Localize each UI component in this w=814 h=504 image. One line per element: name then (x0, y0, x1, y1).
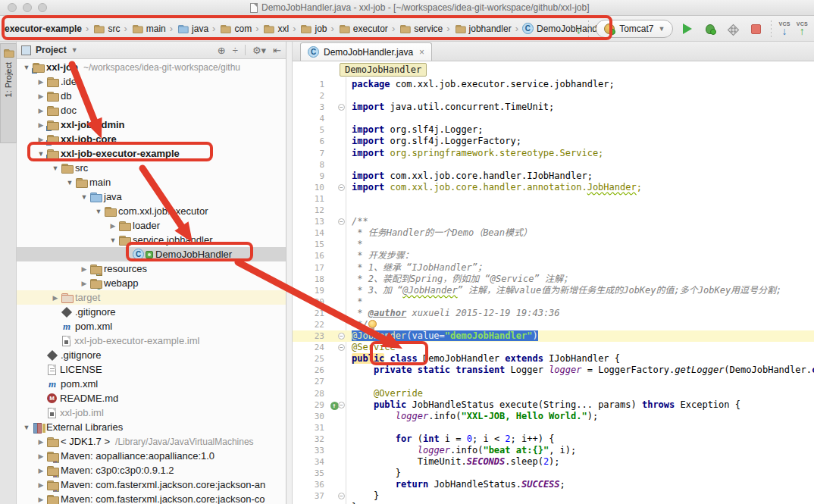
tree-item-db[interactable]: ▶db (17, 89, 286, 103)
tree-item-src[interactable]: ▼src (17, 161, 286, 175)
editor-tab-demojobhandler[interactable]: C DemoJobHandler.java × (300, 42, 432, 61)
tree-toggle-icon[interactable]: ▶ (36, 467, 46, 474)
tree-toggle-icon[interactable]: ▶ (36, 452, 46, 460)
tree-item-pom-xml[interactable]: mpom.xml (17, 377, 286, 391)
tree-item-label: loader (133, 220, 160, 231)
tree-toggle-icon[interactable]: ▼ (93, 208, 104, 215)
package-icon (301, 23, 312, 34)
tree-item-main[interactable]: ▼main (17, 175, 286, 189)
tree-item-com-xxl-job-executor[interactable]: ▼com.xxl.job.executor (17, 204, 286, 218)
tree-item-maven-aopalliance-aopalliance-1-0[interactable]: ▶Maven: aopalliance:aopalliance:1.0 (17, 449, 286, 463)
breadcrumb-item-src[interactable]: src (92, 23, 120, 35)
minimize-window-icon[interactable] (23, 3, 32, 12)
tree-item-pom-xml[interactable]: mpom.xml (17, 319, 286, 333)
tree-toggle-icon[interactable]: ▶ (36, 107, 46, 114)
tree-toggle-icon[interactable]: ▶ (36, 136, 46, 143)
fold-marker-icon[interactable]: − (338, 218, 345, 225)
tree-item-xxl-job-executor-example[interactable]: ▼xxl-job-executor-example (17, 146, 286, 161)
project-tool-tab[interactable]: 1: Project (0, 43, 17, 143)
tree-toggle-icon[interactable]: ▶ (108, 222, 118, 230)
tree-toggle-icon[interactable]: ▼ (21, 424, 32, 431)
tree-item-java[interactable]: ▼java (17, 189, 286, 204)
tree-toggle-icon[interactable]: ▼ (50, 164, 61, 172)
tree-toggle-icon[interactable]: ▶ (50, 294, 61, 302)
tree-toggle-icon[interactable]: ▶ (36, 496, 46, 503)
code-line-5: 5import org.slf4j.Logger; (293, 124, 814, 136)
breadcrumb-item-com[interactable]: com (219, 23, 252, 35)
tree-toggle-icon[interactable]: ▶ (36, 438, 46, 446)
vcs-commit-button[interactable]: VCS ↑ (797, 21, 808, 36)
breadcrumb-item-executor[interactable]: executor (338, 23, 388, 35)
tree-item--gitignore[interactable]: .gitignore (17, 305, 286, 319)
tree-item-target[interactable]: ▶target (17, 290, 286, 305)
hide-panel-icon[interactable]: ⇤ (273, 45, 281, 56)
close-window-icon[interactable] (8, 3, 17, 12)
tree-toggle-icon[interactable]: ▼ (79, 193, 89, 201)
fold-marker-icon[interactable]: − (338, 344, 345, 351)
breadcrumb-item-main[interactable]: main (131, 23, 166, 35)
tree-toggle-icon[interactable]: ▶ (36, 78, 46, 86)
tree-item-xxl-job-core[interactable]: ▶xxl-job-core (17, 132, 286, 146)
fold-marker-icon[interactable]: − (338, 184, 345, 191)
code-line-37: 37− } (293, 490, 814, 502)
tree-item-loader[interactable]: ▶loader (17, 218, 286, 233)
tree-item--gitignore[interactable]: .gitignore (17, 348, 286, 362)
tree-item-maven-com-fasterxml-jackson-core-jackson-co[interactable]: ▶Maven: com.fasterxml.jackson.core:jacks… (17, 492, 286, 504)
breadcrumb-item-xxl[interactable]: xxl (262, 23, 289, 35)
tree-item-resources[interactable]: ▶resources (17, 261, 286, 276)
tree-toggle-icon[interactable]: ▼ (108, 236, 118, 244)
tree-item-xxl-job-iml[interactable]: xxl-job.iml (17, 405, 286, 420)
zoom-window-icon[interactable] (38, 3, 47, 12)
tree-item-doc[interactable]: ▶doc (17, 103, 286, 117)
tree-toggle-icon[interactable]: ▼ (21, 64, 32, 71)
breadcrumb-item-java[interactable]: java (177, 23, 208, 35)
tree-toggle-icon[interactable]: ▶ (36, 481, 46, 489)
tree-item--idea[interactable]: ▶.idea (17, 74, 286, 89)
tree-item-xxl-job-admin[interactable]: ▶xxl-job-admin (17, 117, 286, 132)
navigate-down-icon[interactable]: ↓ (576, 23, 582, 36)
fold-marker-icon[interactable]: − (338, 493, 345, 499)
settings-gear-icon[interactable]: ⚙▾ (252, 45, 266, 56)
fold-marker-icon[interactable]: − (338, 333, 345, 340)
tree-toggle-icon[interactable]: ▶ (79, 265, 89, 273)
run-configuration-select[interactable]: Tomcat7 ▼ (596, 20, 673, 38)
breadcrumb-item-jobhandler[interactable]: jobhandler (454, 23, 512, 35)
tree-toggle-icon[interactable]: ▼ (36, 150, 46, 158)
tree-item-xxl-job-executor-example-iml[interactable]: xxl-job-executor-example.iml (17, 333, 286, 348)
tree-item-xxl-job[interactable]: ▼xxl-job~/workspaces/idea-git-workspace/… (17, 60, 286, 74)
breadcrumb-item-executor-example[interactable]: executor-example (5, 23, 82, 34)
collapse-all-icon[interactable]: ÷ (233, 45, 238, 56)
run-button[interactable] (679, 20, 696, 38)
fold-marker-icon[interactable]: − (338, 402, 345, 409)
breadcrumb-item-service[interactable]: service (399, 23, 443, 35)
intention-bulb-icon[interactable] (368, 320, 377, 328)
tree-item-readme-md[interactable]: MREADME.md (17, 391, 286, 405)
locate-icon[interactable]: ⊕ (218, 45, 226, 56)
panel-splitter[interactable] (286, 42, 293, 504)
module-folder-icon (32, 61, 44, 74)
tree-item-demojobhandler[interactable]: CDemoJobHandler (17, 247, 286, 261)
breadcrumb-label: job (315, 23, 327, 34)
tree-toggle-icon[interactable]: ▶ (36, 92, 46, 100)
coverage-button[interactable] (725, 20, 741, 38)
tree-item--jdk1-7-[interactable]: ▶< JDK1.7 >/Library/Java/JavaVirtualMach… (17, 434, 286, 449)
stop-button[interactable] (747, 20, 764, 38)
vcs-update-button[interactable]: VCS ↓ (778, 21, 790, 36)
close-tab-icon[interactable]: × (419, 47, 424, 58)
tree-item-maven-c3p0-c3p0-0-9-1-2[interactable]: ▶Maven: c3p0:c3p0:0.9.1.2 (17, 463, 286, 477)
tree-item-service-jobhandler[interactable]: ▼service.jobhandler (17, 233, 286, 247)
tree-toggle-icon[interactable]: ▼ (64, 179, 75, 186)
tree-item-maven-com-fasterxml-jackson-core-jackson-an[interactable]: ▶Maven: com.fasterxml.jackson.core:jacks… (17, 477, 286, 492)
tree-item-external-libraries[interactable]: ▼External Libraries (17, 420, 286, 434)
code-area[interactable]: 1package com.xxl.job.executor.service.jo… (293, 77, 814, 504)
tree-item-license[interactable]: LICENSE (17, 362, 286, 377)
project-view-icon (21, 45, 31, 55)
debug-button[interactable] (702, 20, 719, 38)
tree-toggle-icon[interactable]: ▶ (36, 121, 46, 129)
breadcrumb-item-job[interactable]: job (299, 23, 327, 35)
tree-toggle-icon[interactable]: ▶ (79, 280, 89, 287)
chevron-down-icon[interactable]: ▼ (71, 46, 78, 54)
class-breadcrumb-chip[interactable]: DemoJobHandler (340, 63, 427, 77)
tree-item-webapp[interactable]: ▶webapp (17, 276, 286, 290)
fold-marker-icon[interactable]: − (338, 104, 345, 111)
